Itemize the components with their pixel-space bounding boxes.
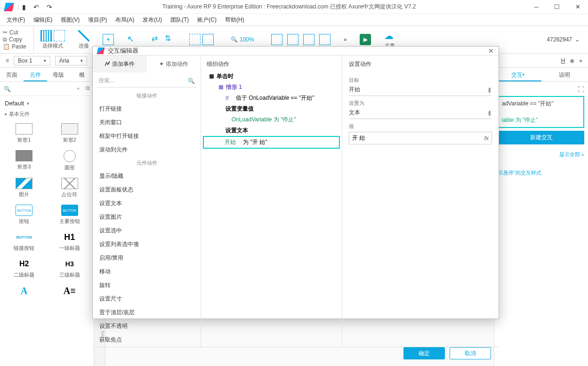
- insert-group[interactable]: +: [96, 34, 121, 45]
- widget-rect3[interactable]: 矩形3: [3, 148, 46, 173]
- action-close-window[interactable]: 关闭窗口: [93, 116, 201, 129]
- widget-text2[interactable]: A≡: [48, 283, 91, 298]
- action-settext-detail[interactable]: 开始 为 "开 始": [203, 136, 340, 149]
- widget-link[interactable]: BUTTON链接按钮: [3, 230, 46, 254]
- menu-view[interactable]: 视图(V): [61, 16, 80, 24]
- action-set-image[interactable]: 设置图片: [93, 210, 201, 224]
- action-layer[interactable]: 置于顶层/底层: [93, 306, 201, 319]
- close-button[interactable]: ✕: [567, 0, 588, 14]
- action-rotate[interactable]: 旋转: [93, 278, 201, 292]
- new-interaction-button[interactable]: 新建交互: [498, 131, 584, 144]
- menu-publish[interactable]: 发布(U): [143, 16, 162, 24]
- expand-icon[interactable]: ⛶: [498, 86, 584, 93]
- action-search[interactable]: 搜索...🔍: [97, 74, 197, 88]
- widget-h3[interactable]: H3三级标题: [48, 256, 91, 280]
- setas-select[interactable]: 文本▲▼: [349, 107, 492, 119]
- event-click[interactable]: 单击时: [201, 71, 342, 82]
- undo-icon[interactable]: ↶: [33, 3, 39, 11]
- hover-style-link[interactable]: 示悬停"的交互样式: [498, 169, 584, 176]
- action-enable[interactable]: 启用/禁用: [93, 251, 201, 265]
- select-mode-group[interactable]: 选择模式: [34, 30, 72, 49]
- widget-text1[interactable]: A: [3, 283, 46, 298]
- zoom-control[interactable]: 🔍100%: [220, 36, 265, 43]
- maximize-button[interactable]: ☐: [547, 0, 567, 14]
- tab-masters[interactable]: 母版: [47, 68, 71, 81]
- paste-button[interactable]: 📋Paste: [3, 43, 31, 50]
- menu-file[interactable]: 文件(F): [7, 16, 25, 24]
- copy-button[interactable]: ⧉Copy: [3, 36, 31, 43]
- menu-edit[interactable]: 编辑(E): [33, 16, 52, 24]
- if-condition[interactable]: If 值于 OnLoadVariable == "开始": [201, 93, 342, 103]
- cancel-button[interactable]: 取消: [450, 347, 491, 359]
- stylebar-more-icon[interactable]: »: [579, 57, 582, 64]
- widget-rect1[interactable]: 矩形1: [3, 121, 46, 145]
- action-panel-state[interactable]: 设置面板状态: [93, 183, 201, 197]
- widget-primary[interactable]: BUTTON主要按钮: [48, 203, 91, 227]
- ok-button[interactable]: 确定: [403, 347, 445, 359]
- target-select[interactable]: 开始▲▼: [349, 84, 492, 96]
- menu-account[interactable]: 账户(C): [197, 16, 217, 24]
- action-open-in-frame[interactable]: 框架中打开链接: [93, 129, 201, 143]
- save-icon[interactable]: ▮: [22, 3, 26, 11]
- account-id[interactable]: 47262947⌄: [539, 36, 588, 43]
- font-select[interactable]: Aria: [55, 56, 87, 65]
- menu-layout[interactable]: 布局(A): [115, 16, 134, 24]
- dialog-header[interactable]: 交互编辑器 ✕: [93, 47, 499, 56]
- tab-outline[interactable]: 概: [70, 68, 94, 81]
- action-set-text[interactable]: 设置文本: [93, 197, 201, 210]
- tab-widgets[interactable]: 元件: [24, 68, 47, 81]
- action-scroll-to[interactable]: 滚动到元件: [93, 143, 201, 157]
- stack-icon[interactable]: ⧉: [86, 85, 90, 93]
- action-opacity[interactable]: 设置不透明: [93, 319, 201, 333]
- action-open-link[interactable]: 打开链接: [93, 102, 201, 116]
- action-move[interactable]: 移动: [93, 265, 201, 278]
- tab-add-event[interactable]: 🗲添加事件: [93, 56, 147, 72]
- minimize-button[interactable]: ─: [526, 0, 547, 14]
- widget-placeholder[interactable]: 占位符: [48, 176, 91, 200]
- widget-image[interactable]: 图片: [3, 176, 46, 200]
- widget-rect2[interactable]: 矩形2: [48, 121, 91, 145]
- action-setvar-detail[interactable]: OnLoadVariable 为 "停止": [201, 114, 342, 125]
- fx-button[interactable]: fx: [484, 135, 489, 142]
- group-group[interactable]: [183, 34, 220, 45]
- pointer-group[interactable]: ↖: [121, 34, 145, 45]
- redo-icon[interactable]: ↷: [47, 3, 52, 11]
- preview-group[interactable]: ▶: [353, 34, 378, 45]
- show-all-link[interactable]: 显示全部 »: [498, 151, 584, 158]
- distribute-group[interactable]: [265, 34, 337, 45]
- tab-add-action[interactable]: ✦添加动作: [147, 56, 201, 72]
- value-input[interactable]: 开 始fx: [349, 132, 492, 144]
- style-icon[interactable]: ≡: [6, 57, 9, 64]
- widget-search[interactable]: 🔍 ＋⧉: [0, 82, 94, 96]
- action-setvar-node[interactable]: 设置变量值: [201, 103, 342, 114]
- action-settext-node[interactable]: 设置文本: [201, 125, 342, 136]
- group-link-actions: 链接动作: [93, 89, 201, 102]
- action-size[interactable]: 设置尺寸: [93, 292, 201, 306]
- action-set-list[interactable]: 设置列表选中项: [93, 238, 201, 251]
- widget-circle[interactable]: 圆形: [48, 148, 91, 173]
- action-show-hide[interactable]: 显示/隐藏: [93, 169, 201, 183]
- action-focus[interactable]: 获取焦点: [93, 333, 201, 347]
- group-widget-actions: 元件动作: [93, 157, 201, 169]
- align-group[interactable]: ⇄⇅: [145, 34, 183, 45]
- shape-select[interactable]: Box 1: [14, 56, 50, 65]
- menu-team[interactable]: 团队(T): [170, 16, 189, 24]
- visibility-icon[interactable]: ◉: [570, 57, 574, 64]
- widget-h2[interactable]: H2二级标题: [3, 256, 46, 280]
- library-select[interactable]: Default: [0, 96, 94, 109]
- interaction-summary[interactable]: adVariable == "开始" iable 为 "停止": [498, 96, 584, 128]
- action-set-checked[interactable]: 设置选中: [93, 224, 201, 238]
- library-category[interactable]: 基本元件: [0, 109, 94, 119]
- menu-help[interactable]: 帮助(H): [225, 16, 244, 24]
- cut-button[interactable]: ✂Cut: [3, 29, 31, 36]
- case-1[interactable]: 情形 1: [201, 82, 342, 93]
- tab-interact[interactable]: 交互•: [494, 68, 541, 81]
- add-icon[interactable]: ＋: [75, 85, 81, 93]
- tab-pages[interactable]: 页面: [0, 68, 24, 81]
- menu-project[interactable]: 项目(P): [88, 16, 107, 24]
- toolbar-more-icon[interactable]: »: [337, 36, 354, 43]
- widget-button[interactable]: BUTTON按钮: [3, 203, 46, 227]
- tab-notes[interactable]: 说明: [541, 68, 588, 81]
- dialog-close-button[interactable]: ✕: [488, 47, 494, 55]
- widget-h1[interactable]: H1一级标题: [48, 230, 91, 254]
